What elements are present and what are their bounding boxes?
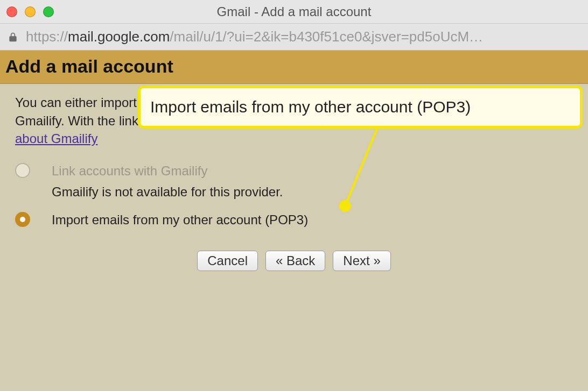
radio-gmailify[interactable] [15, 163, 30, 178]
back-button[interactable]: « Back [265, 251, 325, 271]
url-host: mail.google.com [68, 29, 170, 45]
url-protocol: https:// [26, 29, 68, 45]
option-pop3-label: Import emails from my other account (POP… [52, 211, 308, 229]
page-header: Add a mail account [0, 51, 588, 84]
traffic-lights [6, 6, 54, 17]
button-row: Cancel « Back Next » [15, 251, 573, 271]
page-title: Add a mail account [5, 56, 583, 77]
minimize-window-icon[interactable] [25, 6, 36, 17]
window-titlebar: Gmail - Add a mail account [0, 0, 588, 24]
annotation-callout: Import emails from my other account (POP… [138, 86, 583, 129]
window-title: Gmail - Add a mail account [0, 4, 588, 19]
annotation-dot-icon [339, 200, 351, 212]
option-gmailify-label: Link accounts with Gmailify [52, 162, 207, 180]
annotation-callout-text: Import emails from my other account (POP… [150, 98, 471, 116]
cancel-button[interactable]: Cancel [197, 251, 258, 271]
option-gmailify[interactable]: Link accounts with Gmailify [15, 162, 573, 180]
options-group: Link accounts with Gmailify Gmailify is … [15, 162, 573, 229]
close-window-icon[interactable] [6, 6, 17, 17]
zoom-window-icon[interactable] [43, 6, 54, 17]
option-pop3[interactable]: Import emails from my other account (POP… [15, 211, 573, 229]
option-gmailify-subtext: Gmailify is not available for this provi… [52, 183, 573, 201]
address-bar[interactable]: https://mail.google.com/mail/u/1/?ui=2&i… [0, 24, 588, 51]
radio-pop3[interactable] [15, 212, 30, 227]
next-button[interactable]: Next » [333, 251, 390, 271]
url-path: /mail/u/1/?ui=2&ik=b430f51ce0&jsver=pd5o… [170, 29, 483, 45]
lock-icon [8, 32, 18, 42]
